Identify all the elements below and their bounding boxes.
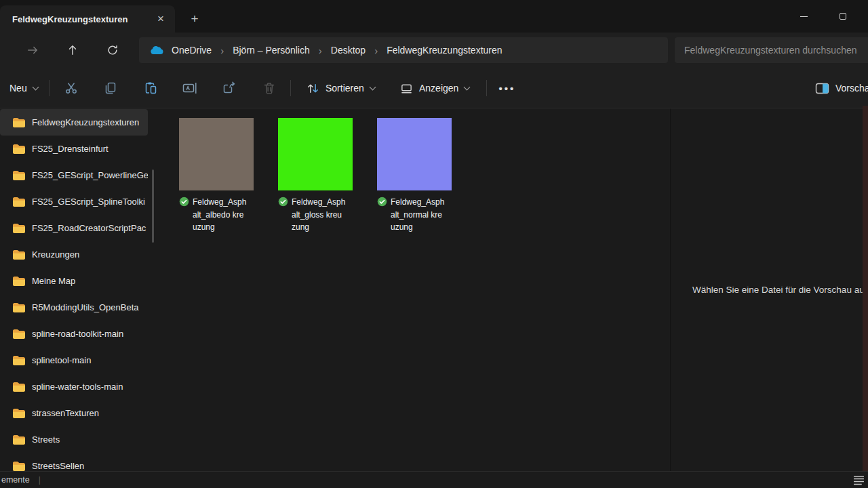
rename-icon xyxy=(182,81,197,95)
new-button-label: Neu xyxy=(9,83,27,94)
maximize-icon xyxy=(840,13,846,20)
folder-icon xyxy=(12,355,26,366)
sidebar-item-label: R5ModdingUtils_OpenBeta xyxy=(32,302,148,312)
delete-button[interactable] xyxy=(256,76,283,100)
sidebar-item-fs25-drensteinfurt[interactable]: FS25_Drensteinfurt xyxy=(0,136,148,162)
sidebar-item-splinetool-main[interactable]: splinetool-main xyxy=(0,347,148,373)
onedrive-cloud-icon xyxy=(150,45,163,55)
sidebar-item-label: FS25_GEScript_SplineToolki xyxy=(32,197,148,207)
file-item-normal[interactable]: Feldweg_Asphalt_normal kreuzung xyxy=(377,118,458,234)
new-tab-button[interactable]: + xyxy=(184,9,205,28)
details-view-icon xyxy=(853,475,865,485)
more-dots-icon: ••• xyxy=(499,83,516,94)
folder-icon xyxy=(12,461,26,472)
minimize-button[interactable] xyxy=(788,0,819,33)
preview-pane-icon xyxy=(815,83,829,94)
refresh-button[interactable] xyxy=(99,38,126,62)
sync-status-check-icon xyxy=(377,197,387,207)
content-area: FeldwegKreuzungstexturen FS25_Drensteinf… xyxy=(0,108,868,471)
file-name: Feldweg_Asphalt_albedo kreuzung xyxy=(193,196,247,234)
sync-status-check-icon xyxy=(278,197,288,207)
background-window-strip xyxy=(863,106,868,471)
breadcrumb[interactable]: OneDrive › Björn – Persönlich › Desktop … xyxy=(139,37,668,63)
folder-icon xyxy=(12,223,26,234)
forward-button[interactable] xyxy=(19,38,46,62)
sort-icon xyxy=(307,82,319,95)
folder-icon xyxy=(12,197,26,207)
breadcrumb-item-current-folder[interactable]: FeldwegKreuzungstexturen xyxy=(382,43,506,58)
file-list-pane: Feldweg_Asphalt_albedo kreuzung Feldweg_… xyxy=(161,108,670,471)
statusbar: emente | xyxy=(0,471,868,488)
search-input[interactable] xyxy=(675,37,868,63)
sync-status-check-icon xyxy=(179,197,189,207)
sidebar-item-label: Kreuzungen xyxy=(32,249,148,260)
folder-icon xyxy=(12,249,26,260)
folder-icon xyxy=(12,170,26,181)
share-button[interactable] xyxy=(216,76,243,100)
sidebar-item-fs25-roadcreatorscript[interactable]: FS25_RoadCreatorScriptPac xyxy=(0,215,148,241)
file-thumbnail[interactable] xyxy=(278,118,353,190)
folder-icon xyxy=(12,302,26,313)
file-thumbnail[interactable] xyxy=(179,118,254,190)
sidebar-item-label: Streets xyxy=(32,434,148,445)
sidebar-item-label: strassenTexturen xyxy=(32,408,148,418)
folder-icon xyxy=(12,117,26,128)
sidebar-item-spline-road-toolkit[interactable]: spline-road-toolkit-main xyxy=(0,321,148,347)
sidebar-item-label: FS25_GEScript_PowerlineGe xyxy=(32,170,148,180)
sidebar-item-r5moddingutils[interactable]: R5ModdingUtils_OpenBeta xyxy=(0,294,148,321)
details-view-button[interactable] xyxy=(852,474,865,486)
file-name: Feldweg_Asphalt_gloss kreuzung xyxy=(292,196,346,234)
sidebar-item-label: spline-water-tools-main xyxy=(32,382,148,392)
sidebar-item-label: spline-road-toolkit-main xyxy=(32,329,148,339)
share-icon xyxy=(222,81,236,95)
forward-arrow-icon xyxy=(26,44,39,56)
breadcrumb-separator-icon: › xyxy=(374,45,378,56)
tab-close-icon[interactable]: × xyxy=(152,10,170,28)
sidebar-item-streets[interactable]: Streets xyxy=(0,426,148,453)
rename-button[interactable] xyxy=(176,76,203,100)
file-item-gloss[interactable]: Feldweg_Asphalt_gloss kreuzung xyxy=(278,118,359,234)
statusbar-divider: | xyxy=(39,475,41,485)
sidebar-item-fs25-gescript-powerline[interactable]: FS25_GEScript_PowerlineGe xyxy=(0,162,148,188)
sidebar-scrollbar-thumb[interactable] xyxy=(152,169,154,243)
sidebar-item-fs25-gescript-splinetoolkit[interactable]: FS25_GEScript_SplineToolki xyxy=(0,188,148,215)
more-options-button[interactable]: ••• xyxy=(494,76,521,100)
sidebar-item-kreuzungen[interactable]: Kreuzungen xyxy=(0,241,148,268)
file-thumbnail[interactable] xyxy=(377,118,452,190)
search-box[interactable] xyxy=(675,37,868,63)
copy-icon xyxy=(104,81,117,95)
sidebar-item-meine-map[interactable]: Meine Map xyxy=(0,268,148,294)
folder-icon xyxy=(12,408,26,419)
preview-pane: Wählen Sie eine Datei für die Vorschau a… xyxy=(670,108,868,471)
up-button[interactable] xyxy=(59,38,86,62)
breadcrumb-item-desktop[interactable]: Desktop xyxy=(327,43,370,58)
toolbar-divider xyxy=(49,80,50,96)
paste-button[interactable] xyxy=(137,76,164,100)
sidebar-item-spline-water-tools[interactable]: spline-water-tools-main xyxy=(0,373,148,400)
sidebar-item-strassentexturen[interactable]: strassenTexturen xyxy=(0,400,148,426)
preview-toggle-button[interactable]: Vorschau xyxy=(815,76,868,100)
sort-button[interactable]: Sortieren xyxy=(300,76,382,100)
breadcrumb-item-onedrive[interactable]: OneDrive xyxy=(167,43,216,58)
folder-icon xyxy=(12,382,26,392)
breadcrumb-separator-icon: › xyxy=(319,45,322,56)
maximize-button[interactable] xyxy=(827,0,859,33)
sidebar-item-label: StreetsSellen xyxy=(32,461,148,471)
up-arrow-icon xyxy=(66,44,79,56)
copy-button[interactable] xyxy=(97,76,124,100)
file-item-albedo[interactable]: Feldweg_Asphalt_albedo kreuzung xyxy=(179,118,260,234)
sidebar-item-label: splinetool-main xyxy=(32,355,148,365)
explorer-tab[interactable]: FeldwegKreuzungstexturen × xyxy=(0,5,175,33)
view-button[interactable]: Anzeigen xyxy=(393,76,476,100)
file-name: Feldweg_Asphalt_normal kreuzung xyxy=(391,196,445,234)
sidebar-item-label: FeldwegKreuzungstexturen xyxy=(32,117,148,127)
file-explorer-window: FeldwegKreuzungstexturen × + OneDrive › … xyxy=(0,0,868,488)
breadcrumb-item-person[interactable]: Björn – Persönlich xyxy=(229,43,314,58)
new-button[interactable]: Neu xyxy=(4,76,43,100)
chevron-down-icon xyxy=(464,83,471,90)
sidebar-item-streetssellen[interactable]: StreetsSellen xyxy=(0,453,148,471)
sidebar-item-feldwegkreuzungstexturen[interactable]: FeldwegKreuzungstexturen xyxy=(0,109,148,136)
cut-button[interactable] xyxy=(58,76,85,100)
breadcrumb-separator-icon: › xyxy=(220,45,224,56)
cut-icon xyxy=(64,81,78,95)
